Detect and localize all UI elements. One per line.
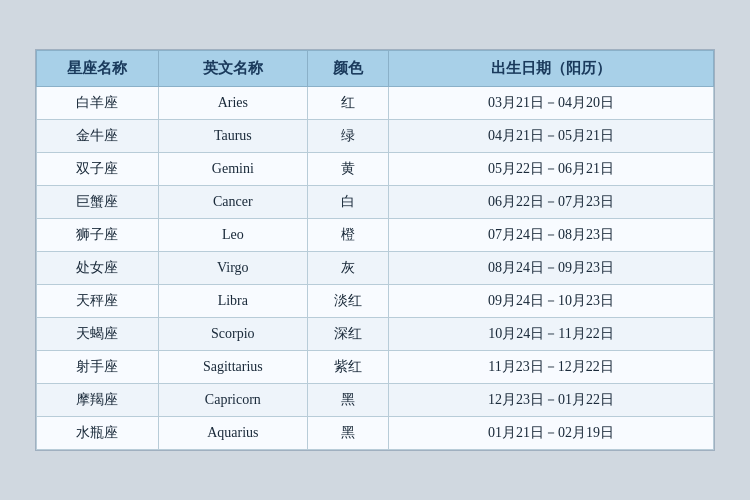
table-row: 双子座Gemini黄05月22日－06月21日: [37, 153, 714, 186]
cell-date: 07月24日－08月23日: [389, 219, 714, 252]
cell-english: Taurus: [158, 120, 307, 153]
table-row: 白羊座Aries红03月21日－04月20日: [37, 87, 714, 120]
cell-date: 10月24日－11月22日: [389, 318, 714, 351]
cell-chinese: 水瓶座: [37, 417, 159, 450]
table-row: 射手座Sagittarius紫红11月23日－12月22日: [37, 351, 714, 384]
cell-chinese: 摩羯座: [37, 384, 159, 417]
cell-color: 灰: [307, 252, 388, 285]
cell-chinese: 白羊座: [37, 87, 159, 120]
cell-chinese: 射手座: [37, 351, 159, 384]
table-row: 处女座Virgo灰08月24日－09月23日: [37, 252, 714, 285]
table-row: 摩羯座Capricorn黑12月23日－01月22日: [37, 384, 714, 417]
table-row: 水瓶座Aquarius黑01月21日－02月19日: [37, 417, 714, 450]
table-row: 天蝎座Scorpio深红10月24日－11月22日: [37, 318, 714, 351]
cell-date: 09月24日－10月23日: [389, 285, 714, 318]
cell-date: 04月21日－05月21日: [389, 120, 714, 153]
cell-english: Cancer: [158, 186, 307, 219]
cell-date: 01月21日－02月19日: [389, 417, 714, 450]
cell-color: 黑: [307, 417, 388, 450]
cell-english: Sagittarius: [158, 351, 307, 384]
cell-date: 06月22日－07月23日: [389, 186, 714, 219]
cell-date: 03月21日－04月20日: [389, 87, 714, 120]
table-row: 天秤座Libra淡红09月24日－10月23日: [37, 285, 714, 318]
cell-color: 白: [307, 186, 388, 219]
table-row: 狮子座Leo橙07月24日－08月23日: [37, 219, 714, 252]
table-header-row: 星座名称 英文名称 颜色 出生日期（阳历）: [37, 51, 714, 87]
cell-color: 紫红: [307, 351, 388, 384]
cell-chinese: 双子座: [37, 153, 159, 186]
table-row: 金牛座Taurus绿04月21日－05月21日: [37, 120, 714, 153]
cell-english: Scorpio: [158, 318, 307, 351]
cell-chinese: 金牛座: [37, 120, 159, 153]
cell-date: 05月22日－06月21日: [389, 153, 714, 186]
cell-english: Leo: [158, 219, 307, 252]
table-row: 巨蟹座Cancer白06月22日－07月23日: [37, 186, 714, 219]
cell-date: 08月24日－09月23日: [389, 252, 714, 285]
cell-english: Capricorn: [158, 384, 307, 417]
cell-chinese: 处女座: [37, 252, 159, 285]
cell-color: 绿: [307, 120, 388, 153]
cell-english: Virgo: [158, 252, 307, 285]
header-chinese: 星座名称: [37, 51, 159, 87]
header-date: 出生日期（阳历）: [389, 51, 714, 87]
cell-chinese: 巨蟹座: [37, 186, 159, 219]
cell-color: 淡红: [307, 285, 388, 318]
cell-chinese: 天蝎座: [37, 318, 159, 351]
cell-english: Aquarius: [158, 417, 307, 450]
cell-english: Gemini: [158, 153, 307, 186]
zodiac-table-container: 星座名称 英文名称 颜色 出生日期（阳历） 白羊座Aries红03月21日－04…: [35, 49, 715, 451]
cell-date: 12月23日－01月22日: [389, 384, 714, 417]
header-english: 英文名称: [158, 51, 307, 87]
cell-color: 橙: [307, 219, 388, 252]
cell-english: Libra: [158, 285, 307, 318]
cell-color: 黑: [307, 384, 388, 417]
cell-english: Aries: [158, 87, 307, 120]
cell-color: 深红: [307, 318, 388, 351]
cell-color: 黄: [307, 153, 388, 186]
header-color: 颜色: [307, 51, 388, 87]
cell-chinese: 天秤座: [37, 285, 159, 318]
cell-date: 11月23日－12月22日: [389, 351, 714, 384]
zodiac-table: 星座名称 英文名称 颜色 出生日期（阳历） 白羊座Aries红03月21日－04…: [36, 50, 714, 450]
cell-chinese: 狮子座: [37, 219, 159, 252]
cell-color: 红: [307, 87, 388, 120]
